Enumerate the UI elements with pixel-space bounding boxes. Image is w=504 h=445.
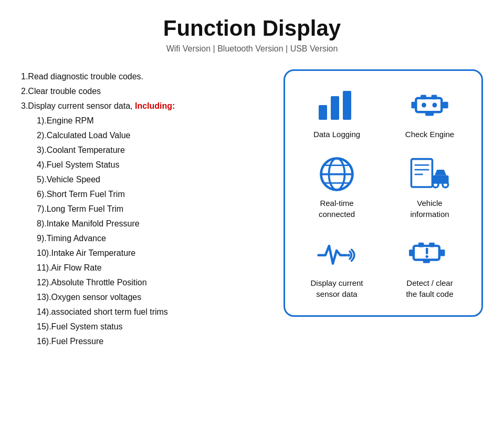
svg-rect-25 — [418, 243, 424, 247]
fault-code-label: Detect / clearthe fault code — [406, 277, 453, 299]
realtime-connected-label: Real-timeconnected — [319, 198, 355, 220]
svg-rect-30 — [426, 247, 428, 254]
vehicle-information-icon — [409, 156, 451, 192]
svg-point-9 — [422, 103, 426, 108]
list-item: 3.Display current sensor data, Including… — [21, 99, 262, 113]
check-engine-label: Check Engine — [405, 129, 454, 140]
page-subtitle: Wifi Version | Bluetooth Version | USB V… — [163, 44, 341, 54]
sub-list-item: 13).Oxygen sensor voltages — [21, 290, 262, 305]
sub-list-item: 14).associated short term fuel trims — [21, 305, 262, 319]
sub-list-item: 2).Calculated Load Value — [21, 128, 262, 143]
svg-point-23 — [347, 254, 350, 256]
feature-list: 1.Read diagnostic trouble codes. 2.Clear… — [21, 69, 262, 349]
sub-list-item: 3).Coolant Temperature — [21, 143, 262, 158]
page-title: Function Display — [163, 16, 341, 41]
sub-list-item: 5).Vehicle Speed — [21, 172, 262, 187]
highlight-text: Including: — [135, 101, 175, 110]
check-engine-icon — [409, 87, 451, 123]
sub-list-item: 10).Intake Air Temperature — [21, 246, 262, 261]
sub-list-item: 15).Fuel System status — [21, 319, 262, 334]
realtime-connected-icon — [316, 156, 358, 192]
sub-list-item: 16).Fuel Pressure — [21, 334, 262, 349]
feature-check-engine: Check Engine — [388, 87, 471, 140]
data-logging-label: Data Logging — [313, 129, 360, 140]
sub-list-item: 11).Air Flow Rate — [21, 261, 262, 275]
feature-realtime: Real-timeconnected — [296, 156, 378, 220]
page-header: Function Display Wifi Version | Bluetoot… — [163, 16, 341, 54]
svg-rect-27 — [409, 250, 415, 256]
sub-list-item: 1).Engine RPM — [21, 113, 262, 128]
features-panel: Data Logging Check Engine — [284, 69, 483, 317]
svg-rect-28 — [439, 250, 445, 256]
sub-list-item: 9).Timing Advance — [21, 231, 262, 246]
list-item: 1.Read diagnostic trouble codes. — [21, 69, 262, 84]
svg-rect-26 — [429, 243, 435, 247]
svg-rect-4 — [421, 95, 426, 99]
data-logging-icon — [316, 87, 358, 123]
sub-list-item: 12).Absolute Throttle Position — [21, 275, 262, 290]
svg-rect-1 — [331, 96, 339, 120]
svg-rect-3 — [416, 98, 442, 112]
svg-rect-29 — [423, 260, 429, 263]
svg-rect-2 — [343, 91, 351, 120]
feature-fault-code: Detect / clearthe fault code — [388, 235, 471, 299]
vehicle-information-label: Vehicleinformation — [410, 198, 449, 220]
feature-data-logging: Data Logging — [296, 87, 378, 140]
list-item: 2.Clear trouble codes — [21, 84, 262, 99]
sub-list-item: 6).Short Term Fuel Trim — [21, 187, 262, 202]
sub-list-item: 8).Intake Manifold Pressure — [21, 216, 262, 231]
svg-rect-16 — [411, 159, 432, 187]
svg-rect-5 — [431, 95, 437, 99]
sub-list-item: 4).Fuel System Status — [21, 158, 262, 172]
svg-point-21 — [433, 182, 438, 188]
svg-point-31 — [425, 255, 428, 258]
svg-rect-8 — [425, 112, 434, 116]
feature-sensor-data: Display currentsensor data — [296, 235, 378, 299]
svg-rect-7 — [443, 102, 448, 108]
svg-rect-0 — [319, 105, 327, 120]
svg-rect-6 — [411, 102, 417, 108]
main-content: 1.Read diagnostic trouble codes. 2.Clear… — [21, 69, 483, 349]
svg-point-10 — [432, 103, 437, 108]
svg-point-22 — [443, 182, 448, 188]
sensor-data-label: Display currentsensor data — [310, 277, 363, 299]
sub-list-item: 7).Long Term Fuel Trim — [21, 202, 262, 216]
fault-code-icon — [409, 235, 451, 272]
feature-vehicle-info: Vehicleinformation — [388, 156, 471, 220]
sensor-data-icon — [316, 235, 358, 272]
